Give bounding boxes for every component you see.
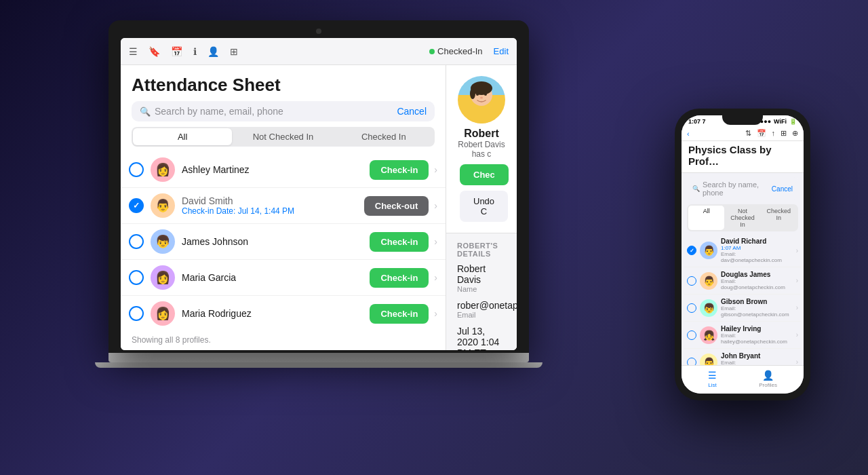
attendee-checkbox[interactable]	[129, 234, 144, 249]
check-in-button[interactable]: Check-in	[370, 268, 429, 288]
attendee-name: David Smith	[182, 195, 364, 206]
phone-avatar: 👦	[700, 299, 717, 317]
phone-avatar: 👨	[700, 354, 717, 366]
attendee-checkbox[interactable]	[129, 198, 144, 213]
edit-button[interactable]: Edit	[494, 46, 509, 56]
phone-checkbox[interactable]	[687, 303, 696, 313]
undo-button[interactable]: Undo C	[460, 191, 508, 222]
check-out-button[interactable]: Check-out	[364, 196, 429, 216]
laptop-topbar: ☰ 🔖 📅 ℹ 👤 ⊞ Checked-In Edit	[121, 38, 517, 65]
tabs: All Not Checked In Checked In	[132, 127, 435, 147]
cancel-button[interactable]: Cancel	[397, 106, 427, 117]
attendee-row[interactable]: 👩Maria GarciaCheck-in›	[121, 260, 446, 296]
attendee-name: Maria Rodriguez	[182, 308, 370, 319]
filter-icon[interactable]: 🔖	[149, 46, 160, 57]
attendee-row[interactable]: 👨David SmithCheck-in Date: Jul 14, 1:44 …	[121, 188, 446, 224]
profile-name: Robert	[457, 128, 506, 140]
checked-in-badge: Checked-In	[429, 46, 482, 56]
tab-checked-in[interactable]: Checked In	[334, 128, 433, 145]
avatar: 👦	[151, 229, 175, 254]
phone-bottom-list[interactable]: ☰ List	[708, 370, 717, 388]
phone-search-input[interactable]: Search by name, phone	[703, 180, 769, 197]
phone-chevron-icon: ›	[796, 358, 798, 365]
phone-bottom-list-label: List	[708, 382, 716, 388]
search-input[interactable]: Search by name, email, phone	[155, 106, 393, 117]
detail-row: Robert DavisName	[457, 263, 506, 293]
check-in-button[interactable]: Check-in	[370, 304, 429, 324]
phone-attendee-row[interactable]: 👦Gibson BrownEmail: gibson@onetapcheckin…	[684, 294, 801, 322]
attendee-row[interactable]: 👦James JohnsonCheck-in›	[121, 224, 446, 260]
check-in-button[interactable]: Check-in	[370, 232, 429, 252]
attendee-info: Ashley Martinez	[182, 164, 370, 175]
calendar-icon[interactable]: 📅	[757, 129, 766, 138]
info-icon[interactable]: ℹ	[193, 46, 197, 57]
detail-value: rober@onetapcheckin.c	[457, 300, 506, 311]
detail-row: rober@onetapcheckin.cEmail	[457, 300, 506, 319]
phone-attendee-row[interactable]: 👧Hailey IrvingEmail: hailey@onetapchecki…	[684, 322, 801, 349]
phone-attendee-row[interactable]: 👨Douglas JamesEmail: doug@onetapcheckin.…	[684, 267, 801, 294]
phone-tab-not-checked-in[interactable]: Not Checked In	[724, 206, 760, 230]
phone-attendee-list: 👨David Richard1:07 AMEmail: dav@onetapch…	[682, 234, 804, 365]
detail-value: Jul 13, 2020 1:04 PM ET	[457, 326, 506, 350]
attendee-row[interactable]: 👩Maria RodriguezCheck-in›	[121, 296, 446, 330]
phone-bottom-profiles[interactable]: 👤 Profiles	[759, 370, 777, 388]
laptop: ☰ 🔖 📅 ℹ 👤 ⊞ Checked-In Edit Atte	[108, 20, 529, 414]
phone-chevron-icon: ›	[796, 277, 798, 284]
phone-checkbox[interactable]	[687, 246, 696, 255]
phone-title: Physics Class by Prof…	[682, 141, 804, 173]
attendee-row[interactable]: 👩Ashley MartinezCheck-in›	[121, 152, 446, 188]
check-in-button[interactable]: Check-in	[370, 160, 429, 180]
chevron-icon: ›	[434, 200, 437, 211]
laptop-content: Attendance Sheet 🔍 Search by name, email…	[121, 65, 517, 350]
attendee-info: Maria Garcia	[182, 272, 370, 283]
phone-tabs: All Not Checked In Checked In	[687, 204, 798, 231]
attendee-checkbox[interactable]	[129, 306, 144, 321]
svg-point-0	[467, 104, 496, 124]
phone-attendee-row[interactable]: 👨David Richard1:07 AMEmail: dav@onetapch…	[684, 234, 801, 267]
attendee-name: Maria Garcia	[182, 272, 370, 283]
svg-point-6	[480, 97, 483, 99]
tab-all[interactable]: All	[133, 128, 232, 145]
phone-attendee-row[interactable]: 👨John BryantEmail: john@onetapcheckin.co…	[684, 349, 801, 365]
phone-search-bar[interactable]: 🔍 Search by name, phone Cancel	[687, 177, 798, 200]
phone-attendee-name: Gibson Brown	[721, 298, 796, 305]
grid-icon[interactable]: ⊞	[781, 129, 787, 138]
laptop-camera	[316, 28, 321, 34]
chevron-icon: ›	[434, 308, 437, 319]
profile-icon[interactable]: 👤	[208, 46, 219, 57]
phone-checkbox[interactable]	[687, 276, 696, 286]
attendee-list: 👩Ashley MartinezCheck-in›👨David SmithChe…	[121, 152, 446, 330]
phone-checkbox[interactable]	[687, 330, 696, 340]
search-bar[interactable]: 🔍 Search by name, email, phone Cancel	[132, 101, 435, 121]
details-section: ROBERT'S DETAILS Robert DavisNamerober@o…	[446, 233, 517, 350]
phone-time: 1:07 7	[688, 118, 706, 125]
attendee-checkin-date: Check-in Date: Jul 14, 1:44 PM	[182, 206, 364, 216]
phone-tab-all[interactable]: All	[688, 206, 724, 230]
chevron-icon: ›	[434, 272, 437, 283]
phone-attendee-email: Email: gibson@onetapcheckin.com	[721, 305, 796, 318]
check-button[interactable]: Chec	[460, 164, 509, 185]
menu-icon[interactable]: ☰	[129, 46, 138, 57]
phone-back-button[interactable]: ‹	[687, 130, 690, 138]
attendee-name: James Johnson	[182, 236, 370, 247]
attendee-checkbox[interactable]	[129, 162, 144, 177]
attendee-checkbox[interactable]	[129, 270, 144, 285]
phone-attendee-email: Email: john@onetapcheckin.com	[721, 360, 796, 365]
phone-cancel-button[interactable]: Cancel	[772, 185, 793, 193]
checked-in-label: Checked-In	[437, 46, 482, 56]
attendee-info: Maria Rodriguez	[182, 308, 370, 319]
sort-icon[interactable]: ⇅	[745, 129, 751, 138]
phone-attendee-email: Email: hailey@onetapcheckin.com	[721, 332, 796, 345]
avatar: 👩	[151, 157, 175, 182]
share-icon[interactable]: ↑	[772, 129, 776, 138]
right-panel: Robert Robert Davis has c Chec Undo C RO…	[446, 65, 517, 350]
phone-checkbox[interactable]	[687, 358, 696, 366]
tab-not-checked-in[interactable]: Not Checked In	[233, 128, 332, 145]
plus-icon[interactable]: ⊕	[792, 129, 798, 138]
detail-row: Jul 13, 2020 1:04 PM ETCreated At	[457, 326, 506, 350]
phone-avatar: 👧	[700, 326, 717, 344]
calendar-icon[interactable]: 📅	[171, 46, 182, 57]
phone-tab-checked-in[interactable]: Checked In	[761, 206, 797, 230]
profiles-icon: 👤	[762, 370, 774, 381]
layout-icon[interactable]: ⊞	[230, 46, 238, 57]
